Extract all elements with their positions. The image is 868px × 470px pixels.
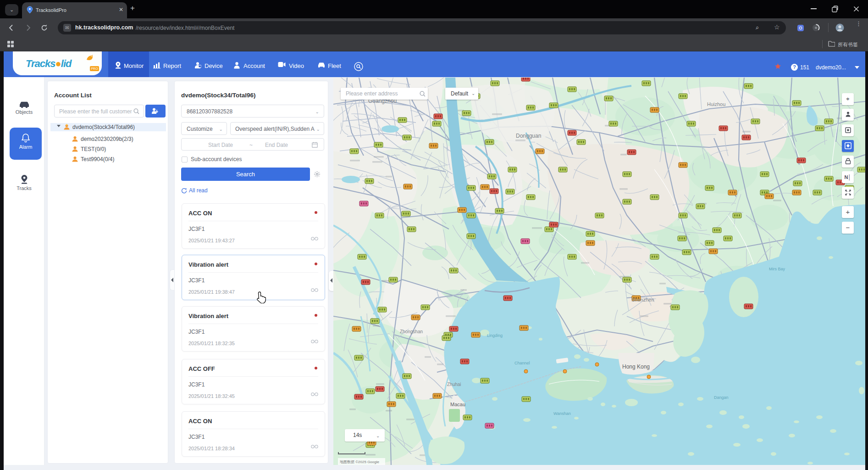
svg-text:Dongguan: Dongguan (516, 133, 541, 139)
svg-text:Zhongshan: Zhongshan (400, 329, 423, 334)
svg-text:Shenzhen: Shenzhen (631, 297, 654, 302)
svg-text:Zhuhai: Zhuhai (447, 382, 461, 387)
svg-text:Wanshan: Wanshan (553, 411, 571, 416)
svg-text:Huizhou: Huizhou (707, 101, 725, 107)
svg-text:Hong Kong: Hong Kong (622, 364, 650, 370)
svg-text:Channel: Channel (514, 361, 530, 365)
svg-text:Dangan: Dangan (714, 395, 729, 400)
svg-text:Macau: Macau (450, 402, 465, 407)
svg-text:Lingding: Lingding (487, 333, 503, 338)
svg-text:Mirs Bay: Mirs Bay (769, 267, 785, 271)
